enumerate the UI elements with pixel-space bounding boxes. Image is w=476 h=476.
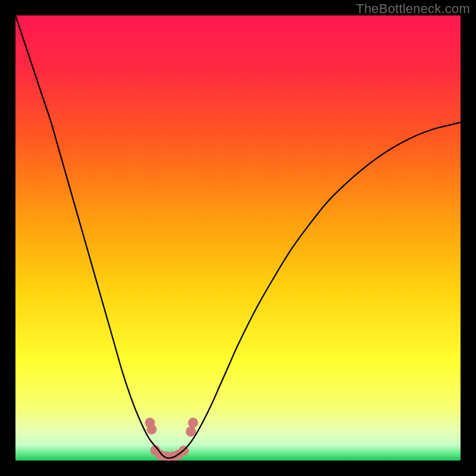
watermark-text: TheBottleneck.com (356, 1, 470, 17)
chart-border (0, 0, 476, 476)
chart-root: { "watermark": "TheBottleneck.com", "col… (0, 0, 476, 476)
